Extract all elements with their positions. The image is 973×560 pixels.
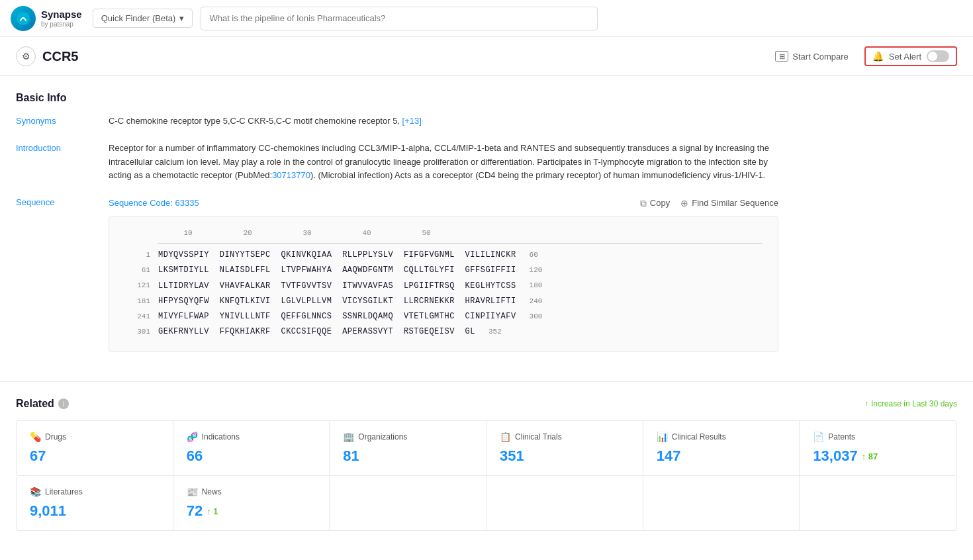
settings-icon: ⚙ xyxy=(16,46,36,66)
seq-text: HFPYSQYQFW KNFQTLKIVI LGLVLPLLVM VICYSGI… xyxy=(158,295,522,308)
seq-group: APERASSVYT xyxy=(342,327,393,336)
seq-end-num: 240 xyxy=(522,296,555,308)
seq-group: GEKFRNYLLV xyxy=(158,327,209,336)
related-card[interactable]: 📊 Clinical Results 147 xyxy=(643,421,800,475)
related-card[interactable]: 📋 Clinical Trials 351 xyxy=(486,421,643,475)
seq-group: LLRCRNEKKR xyxy=(404,297,455,306)
seq-group: RLLPPLYSLV xyxy=(342,250,393,259)
related-card-icon: 🏢 xyxy=(343,432,354,442)
seq-end-num: 120 xyxy=(522,265,555,277)
seq-group: TVTFGVVTSV xyxy=(281,281,332,291)
related-card[interactable]: 📚 Literatures 9,011 xyxy=(17,476,173,530)
seq-group: ITWVVAVFAS xyxy=(342,281,393,291)
seq-start-num: 1 xyxy=(125,250,158,261)
related-card[interactable]: 🏢 Organizations 81 xyxy=(330,421,486,475)
sequence-value: Sequence Code: 63335 ⧉ Copy ⊕ Find Simil… xyxy=(109,196,778,352)
seq-group: HRAVRLIFTI xyxy=(465,297,516,306)
seq-start-num: 121 xyxy=(125,280,158,292)
alert-toggle[interactable] xyxy=(927,50,949,62)
seq-group: LPGIIFTRSQ xyxy=(404,281,455,291)
seq-group: VICYSGILKT xyxy=(342,297,393,306)
seq-start-num: 181 xyxy=(125,296,158,308)
find-similar-icon: ⊕ xyxy=(680,196,688,210)
seq-group: KEGLHYTCSS xyxy=(465,281,516,291)
seq-group: LGLVLPLLVM xyxy=(281,297,332,306)
top-nav: Synapse by patsnap Quick Finder (Beta) ▾ xyxy=(0,0,973,37)
related-label-text: Indications xyxy=(202,432,240,442)
seq-group: QKINVKQIAA xyxy=(281,250,332,259)
copy-label: Copy xyxy=(650,197,670,210)
seq-group: VILILINCKR xyxy=(465,250,516,259)
sequence-lines: 1MDYQVSSPIY DINYYTSEPC QKINVKQIAA RLLPPL… xyxy=(125,249,762,338)
related-card[interactable]: 💊 Drugs 67 xyxy=(17,421,173,475)
related-label-text: Literatures xyxy=(45,487,83,496)
related-title-area: Related i xyxy=(16,398,69,410)
synonyms-text: C-C chemokine receptor type 5,C-C CKR-5,… xyxy=(109,116,400,126)
related-card[interactable]: 🧬 Indications 66 xyxy=(173,421,330,475)
related-label-text: Clinical Trials xyxy=(515,432,562,442)
seq-end-num: 180 xyxy=(522,280,555,292)
bell-icon: 🔔 xyxy=(872,51,884,62)
logo-text: Synapse by patsnap xyxy=(41,9,82,28)
related-title: Related xyxy=(16,398,54,410)
introduction-label: Introduction xyxy=(16,142,109,183)
seq-ruler-line xyxy=(158,243,762,244)
pubmed-link[interactable]: 30713770 xyxy=(272,170,310,180)
related-card-label: 📰 News xyxy=(187,487,316,497)
synonyms-label: Synonyms xyxy=(16,115,109,128)
seq-group: AAQWDFGNTM xyxy=(342,265,393,275)
related-card-icon: 📋 xyxy=(500,432,511,442)
main-content: Basic Info Synonyms C-C chemokine recept… xyxy=(0,76,794,381)
seq-group: YNIVLLLNTF xyxy=(220,312,271,321)
related-card-value: 66 xyxy=(187,447,316,465)
sequence-box: 10 20 30 40 50 1MDYQVSSPIY DINYYTSEPC QK… xyxy=(109,216,778,353)
related-delta: ↑ 1 xyxy=(207,506,218,516)
seq-ruler: 10 20 30 40 50 xyxy=(125,228,762,240)
logo-icon xyxy=(11,6,36,31)
related-count: 147 xyxy=(657,447,681,465)
sequence-row: Sequence Sequence Code: 63335 ⧉ Copy ⊕ F… xyxy=(16,196,778,352)
related-label-text: News xyxy=(202,487,222,496)
related-label-text: Organizations xyxy=(358,432,407,442)
related-grid-row2: 📚 Literatures 9,011 📰 News 72 ↑ 1 xyxy=(16,476,957,531)
seq-text: LLTIDRYLAV VHAVFALKAR TVTFGVVTSV ITWVVAV… xyxy=(158,280,522,293)
find-similar-button[interactable]: ⊕ Find Similar Sequence xyxy=(680,196,778,210)
related-card-empty xyxy=(800,476,956,530)
related-card-icon: 📄 xyxy=(813,432,824,442)
related-card-value: 13,037 ↑ 87 xyxy=(813,447,943,465)
related-card-label: 🏢 Organizations xyxy=(343,432,473,442)
sequence-line: 1MDYQVSSPIY DINYYTSEPC QKINVKQIAA RLLPPL… xyxy=(125,249,762,261)
sequence-line: 121LLTIDRYLAV VHAVFALKAR TVTFGVVTSV ITWV… xyxy=(125,280,762,293)
copy-button[interactable]: ⧉ Copy xyxy=(640,196,670,210)
related-card-label: 📋 Clinical Trials xyxy=(500,432,629,442)
brand-sub: by patsnap xyxy=(41,21,82,28)
start-compare-button[interactable]: ⊞ Start Compare xyxy=(770,48,854,64)
sequence-line: 241MIVYFLFWAP YNIVLLLNTF QEFFGLNNCS SSNR… xyxy=(125,310,762,323)
increase-label: ↑ Increase in Last 30 days xyxy=(864,399,957,408)
sequence-line: 181HFPYSQYQFW KNFQTLKIVI LGLVLPLLVM VICY… xyxy=(125,295,762,308)
seq-text: GEKFRNYLLV FFQKHIAKRF CKCCSIFQQE APERASS… xyxy=(158,326,481,338)
related-card-icon: 📰 xyxy=(187,487,198,497)
search-input[interactable] xyxy=(201,7,598,30)
related-count: 351 xyxy=(500,447,524,465)
seq-start-num: 301 xyxy=(125,326,158,338)
synonyms-row: Synonyms C-C chemokine receptor type 5,C… xyxy=(16,115,778,128)
seq-start-num: 61 xyxy=(125,265,158,277)
related-card[interactable]: 📰 News 72 ↑ 1 xyxy=(173,476,330,530)
related-card[interactable]: 📄 Patents 13,037 ↑ 87 xyxy=(800,421,956,475)
related-card-value: 351 xyxy=(500,447,629,465)
seq-group: HFPYSQYQFW xyxy=(158,297,209,306)
seq-group: GFFSGIFFII xyxy=(465,265,516,275)
related-grid-row1: 💊 Drugs 67 🧬 Indications 66 🏢 Organizati… xyxy=(16,420,957,476)
seq-text: LKSMTDIYLL NLAISDLFFL LTVPFWAHYA AAQWDFG… xyxy=(158,264,522,277)
sequence-code-link[interactable]: Sequence Code: 63335 xyxy=(109,197,199,210)
set-alert-button[interactable]: 🔔 Set Alert xyxy=(864,46,957,66)
seq-group: FIFGFVGNML xyxy=(404,250,455,259)
page-header: ⚙ CCR5 ⊞ Start Compare 🔔 Set Alert xyxy=(0,37,973,76)
related-label-text: Patents xyxy=(828,432,855,442)
related-section: Related i ↑ Increase in Last 30 days 💊 D… xyxy=(0,381,973,547)
synonyms-value: C-C chemokine receptor type 5,C-C CKR-5,… xyxy=(109,115,778,128)
synonyms-more-link[interactable]: [+13] xyxy=(402,116,422,126)
increase-text: Increase in Last 30 days xyxy=(871,399,957,408)
quick-finder-dropdown[interactable]: Quick Finder (Beta) ▾ xyxy=(93,9,193,28)
